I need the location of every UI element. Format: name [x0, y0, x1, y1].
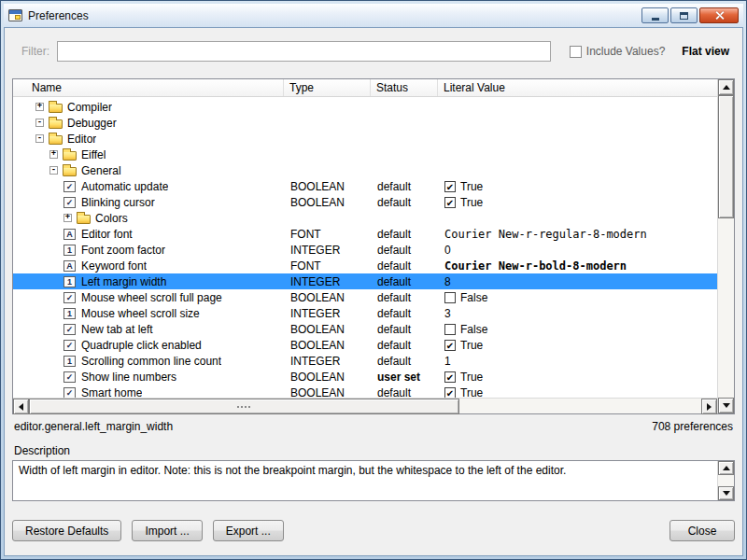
item-label: Keyword font: [81, 259, 147, 273]
scroll-left-icon: [19, 403, 23, 411]
value-checkbox[interactable]: ✔: [444, 387, 456, 399]
tree-pref-row[interactable]: AKeyword fontFONTdefaultCourier New-r-bo…: [13, 258, 717, 273]
column-header-type[interactable]: Type: [284, 79, 371, 96]
flat-view-button[interactable]: Flat view: [682, 45, 729, 58]
filter-input[interactable]: [57, 41, 551, 62]
collapse-expander-icon[interactable]: -: [49, 166, 58, 175]
status-cell: default: [371, 275, 438, 288]
tree-folder-row[interactable]: -General: [13, 162, 717, 178]
vertical-scroll-thumb[interactable]: [718, 95, 734, 218]
column-header-literal-value[interactable]: Literal Value: [438, 79, 717, 96]
name-cell: 1Scrolling common line count: [13, 355, 284, 368]
collapse-expander-icon[interactable]: -: [35, 119, 44, 127]
description-scrollbar[interactable]: [717, 461, 734, 500]
value-cell: 3: [438, 307, 717, 320]
value-cell: Courier New-r-regular-8-modern: [438, 228, 717, 241]
close-dialog-button[interactable]: Close: [669, 520, 735, 541]
collapse-expander-icon[interactable]: -: [35, 134, 44, 143]
window-title: Preferences: [28, 9, 89, 22]
name-cell: ✓Blinking cursor: [13, 196, 284, 209]
column-header-name[interactable]: Name: [13, 79, 284, 96]
name-cell: 1Font zoom factor: [13, 244, 284, 257]
filter-label: Filter:: [21, 45, 49, 58]
tree-pref-row[interactable]: 1Font zoom factorINTEGERdefault0: [13, 242, 717, 258]
restore-defaults-button[interactable]: Restore Defaults: [12, 520, 121, 541]
name-cell: ✓Mouse wheel scroll full page: [13, 291, 284, 304]
font-icon: A: [63, 260, 76, 272]
item-label: Mouse wheel scroll full page: [81, 291, 222, 304]
minimize-button[interactable]: [641, 7, 669, 23]
tree-pref-row[interactable]: 1Mouse wheel scroll sizeINTEGERdefault3: [13, 305, 717, 321]
vertical-scroll-track[interactable]: [718, 95, 734, 398]
expand-expander-icon[interactable]: +: [49, 150, 58, 159]
description-scroll-track[interactable]: [718, 475, 734, 486]
value-text: Courier New-r-regular-8-modern: [444, 228, 647, 241]
description-scroll-down-button[interactable]: [718, 486, 734, 500]
close-icon: [714, 10, 725, 21]
footer-buttons: Restore Defaults Import ... Export ... C…: [12, 520, 735, 541]
tree-pref-row[interactable]: ✓Quadruple click enabledBOOLEANdefault✔T…: [13, 337, 717, 353]
tree-folder-row[interactable]: +Colors: [13, 210, 717, 226]
scroll-left-button[interactable]: [13, 399, 29, 414]
status-cell: default: [371, 196, 438, 209]
tree-pref-row[interactable]: AEditor fontFONTdefaultCourier New-r-reg…: [13, 226, 717, 242]
value-checkbox[interactable]: [444, 324, 456, 335]
horizontal-scrollbar[interactable]: [13, 398, 717, 413]
name-cell: +Eiffel: [13, 148, 284, 161]
include-values-checkbox[interactable]: [570, 46, 582, 58]
titlebar[interactable]: Preferences: [4, 4, 743, 27]
vertical-scrollbar[interactable]: [717, 79, 734, 413]
value-label: True: [460, 371, 483, 384]
expand-expander-icon[interactable]: +: [35, 103, 44, 111]
grid-main: Name Type Status Literal Value +Compiler…: [13, 79, 717, 413]
description-scroll-up-button[interactable]: [718, 461, 734, 475]
value-text: Courier New-r-bold-8-modern: [444, 259, 627, 273]
value-checkbox[interactable]: [444, 292, 456, 303]
expand-expander-icon[interactable]: +: [63, 214, 72, 222]
tree-pref-row[interactable]: ✓Show line numbersBOOLEANuser set✔True: [13, 369, 717, 385]
value-cell: ✔True: [438, 180, 717, 193]
item-label: Mouse wheel scroll size: [81, 307, 200, 320]
import-button[interactable]: Import ...: [132, 520, 202, 541]
tree-pref-row[interactable]: ✓Blinking cursorBOOLEANdefault✔True: [13, 194, 717, 210]
tree-folder-row[interactable]: -Editor: [13, 131, 717, 147]
item-label: Left margin width: [81, 275, 166, 288]
close-button[interactable]: [699, 7, 739, 23]
scroll-right-button[interactable]: [701, 399, 717, 414]
horizontal-scroll-thumb[interactable]: [29, 399, 459, 414]
type-cell: BOOLEAN: [284, 180, 371, 193]
tree-pref-row[interactable]: ✓Automatic updateBOOLEANdefault✔True: [13, 178, 717, 194]
tree-pref-row[interactable]: ✓New tab at leftBOOLEANdefaultFalse: [13, 321, 717, 337]
scroll-up-button[interactable]: [718, 79, 734, 95]
tree-folder-row[interactable]: -Debugger: [13, 115, 717, 131]
value-cell: ✔True: [438, 371, 717, 384]
value-cell: ✔True: [438, 386, 717, 399]
tree-pref-row[interactable]: 1Scrolling common line countINTEGERdefau…: [13, 353, 717, 369]
scroll-up-icon: [723, 466, 730, 470]
scroll-down-button[interactable]: [718, 398, 734, 413]
tree-folder-row[interactable]: +Compiler: [13, 99, 717, 115]
maximize-button[interactable]: [670, 7, 698, 23]
status-cell: default: [371, 355, 438, 368]
type-cell: FONT: [284, 259, 371, 273]
horizontal-scroll-track[interactable]: [29, 399, 701, 413]
item-label: General: [81, 164, 121, 177]
value-checkbox[interactable]: ✔: [444, 197, 456, 208]
export-button[interactable]: Export ...: [213, 520, 284, 541]
status-cell: default: [371, 386, 438, 399]
item-label: Eiffel: [81, 148, 106, 161]
column-header-status[interactable]: Status: [371, 79, 438, 96]
type-cell: BOOLEAN: [284, 339, 371, 352]
tree-pref-row[interactable]: ✓Smart homeBOOLEANdefault✔True: [13, 385, 717, 398]
value-checkbox[interactable]: ✔: [444, 181, 456, 192]
value-label: False: [460, 323, 487, 336]
tree-pref-row[interactable]: ✓Mouse wheel scroll full pageBOOLEANdefa…: [13, 289, 717, 305]
value-cell: False: [438, 291, 717, 304]
value-checkbox[interactable]: ✔: [444, 340, 456, 351]
tree-folder-row[interactable]: +Eiffel: [13, 147, 717, 162]
value-checkbox[interactable]: ✔: [444, 371, 456, 383]
item-label: Quadruple click enabled: [81, 339, 202, 352]
value-text: 0: [444, 244, 451, 257]
tree-pref-row[interactable]: 1Left margin widthINTEGERdefault8: [13, 273, 717, 289]
scroll-thumb-grip: [237, 406, 250, 408]
